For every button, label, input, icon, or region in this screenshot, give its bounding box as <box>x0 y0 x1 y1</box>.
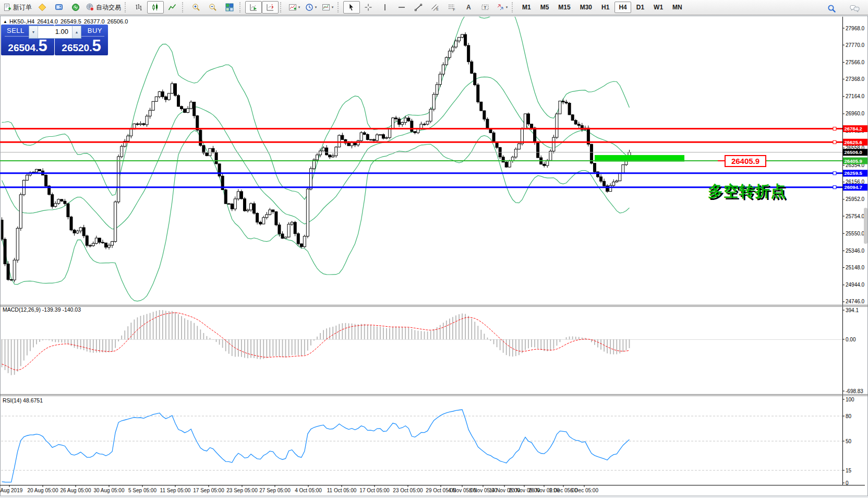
toolbar-chat-button[interactable] <box>846 2 863 15</box>
svg-text:23 Sep 05:00: 23 Sep 05:00 <box>226 488 258 493</box>
terminal-icon <box>55 3 63 11</box>
indicators-icon <box>288 3 297 11</box>
svg-text:E: E <box>437 7 439 11</box>
svg-text:24944.0: 24944.0 <box>846 282 865 288</box>
tf-m1-button[interactable]: M1 <box>518 2 535 13</box>
cursor-icon <box>347 3 356 11</box>
bar-chart-button[interactable] <box>130 1 147 14</box>
svg-text:26506.0: 26506.0 <box>845 149 862 155</box>
toolbar-separator <box>512 2 515 13</box>
terminal-button[interactable] <box>51 1 67 14</box>
volume-value[interactable]: 1.00 <box>38 26 72 38</box>
toolbar-search-button[interactable] <box>823 2 840 15</box>
dropdown-arrow-icon[interactable]: ▾ <box>315 5 317 9</box>
tf-m15-button-label: M15 <box>558 4 570 11</box>
buy-price: 26520.5 <box>55 38 108 54</box>
ohlc-open: 26414.0 <box>37 18 58 25</box>
svg-text:6 Dec 05:00: 6 Dec 05:00 <box>570 488 598 493</box>
fibo-icon: F <box>448 3 456 11</box>
volume-input[interactable]: ▼ 1.00 ▲ <box>29 26 81 39</box>
price-levels[interactable] <box>0 127 842 189</box>
window-scrollbar-thumb[interactable] <box>864 208 867 244</box>
tf-w1-button[interactable]: W1 <box>649 2 667 13</box>
svg-text:26784.2: 26784.2 <box>845 126 862 132</box>
svg-text:27368.0: 27368.0 <box>846 76 865 82</box>
chart-shift-button[interactable] <box>262 1 279 14</box>
ohlc-low: 26377.0 <box>84 18 105 25</box>
candlestick-button[interactable] <box>147 1 164 14</box>
svg-text:25550.0: 25550.0 <box>846 231 865 236</box>
tf-m1-button-label: M1 <box>522 4 531 11</box>
vline-icon <box>381 3 389 11</box>
toolbar-separator <box>239 2 243 13</box>
tf-m30-button[interactable]: M30 <box>576 2 596 13</box>
indicators-button[interactable]: ▾ <box>286 1 303 14</box>
zoom-in-button[interactable] <box>188 1 204 14</box>
tf-h4-button-label: H4 <box>619 4 626 11</box>
volume-increase-icon[interactable]: ▲ <box>72 26 81 38</box>
tf-mn-button[interactable]: MN <box>668 2 686 13</box>
new-order-icon <box>3 3 11 11</box>
fibonacci-button[interactable]: F <box>443 1 460 14</box>
dropdown-arrow-icon[interactable]: ▾ <box>506 5 508 9</box>
horizontal-line-button[interactable] <box>393 1 410 14</box>
chart-canvas[interactable]: 27968.027770.027566.027368.027164.026960… <box>0 16 868 496</box>
new-order-button[interactable]: 新订单 <box>1 1 34 14</box>
window-collapse-icon[interactable]: ▲ <box>3 19 7 24</box>
autotrade-icon <box>86 3 94 11</box>
periods-icon <box>305 3 314 11</box>
arrows-icon <box>496 3 504 11</box>
search-icon <box>827 4 836 13</box>
text-label-button[interactable]: T <box>477 1 493 14</box>
svg-text:F: F <box>453 8 455 11</box>
zoom-out-icon <box>209 3 217 11</box>
zoom-out-button[interactable] <box>204 1 221 14</box>
cursor-button[interactable] <box>343 1 360 14</box>
tf-m15-button[interactable]: M15 <box>554 2 574 13</box>
templates-button[interactable]: ▾ <box>319 1 336 14</box>
rsi-indicator-label: RSI(14) 48.6751 <box>3 397 43 404</box>
arrows-button[interactable]: ▾ <box>493 1 510 14</box>
equidistant-channel-button[interactable]: E <box>427 1 443 14</box>
crosshair-button[interactable] <box>360 1 377 14</box>
toolbar-separator <box>337 2 341 13</box>
price-label-box[interactable]: 26405.9 <box>725 155 766 167</box>
auto-scroll-button[interactable] <box>245 1 262 14</box>
diamond-icon <box>38 3 46 11</box>
svg-text:27164.0: 27164.0 <box>846 93 865 99</box>
svg-text:26094.7: 26094.7 <box>845 184 862 190</box>
svg-text:26960.0: 26960.0 <box>846 111 865 116</box>
autotrade-button[interactable]: 自动交易 <box>84 1 123 14</box>
macd-indicator-label: MACD(12,26,9) -139.39 -140.03 <box>3 306 81 313</box>
time-axis[interactable]: 4 Aug 201920 Aug 05:0026 Aug 05:0030 Aug… <box>0 485 598 493</box>
text-icon: A <box>464 3 473 11</box>
svg-text:27566.0: 27566.0 <box>846 60 865 65</box>
buy-label: BUY <box>88 27 102 34</box>
svg-text:15: 15 <box>846 468 852 473</box>
svg-text:100: 100 <box>846 397 854 402</box>
signals-button[interactable] <box>67 1 84 14</box>
svg-text:17 Sep 05:00: 17 Sep 05:00 <box>193 488 224 493</box>
tile-windows-button[interactable] <box>221 1 238 14</box>
auto-scroll-icon <box>249 3 258 11</box>
periods-button[interactable]: ▾ <box>303 1 319 14</box>
svg-text:27968.0: 27968.0 <box>846 26 865 31</box>
tf-m5-button[interactable]: M5 <box>536 2 553 13</box>
volume-decrease-icon[interactable]: ▼ <box>29 26 38 38</box>
tf-mn-button-label: MN <box>672 4 682 11</box>
marketwatch-button[interactable] <box>34 1 51 14</box>
sell-label: SELL <box>7 27 25 34</box>
tf-h4-button[interactable]: H4 <box>614 2 631 13</box>
tf-d1-button[interactable]: D1 <box>632 2 648 13</box>
line-chart-button[interactable] <box>164 1 180 14</box>
price-axis[interactable]: 27968.027770.027566.027368.027164.026960… <box>842 26 867 486</box>
toolbar-right <box>823 2 863 15</box>
text-button[interactable]: A <box>460 1 477 14</box>
tf-h1-button[interactable]: H1 <box>597 2 613 13</box>
dropdown-arrow-icon[interactable]: ▾ <box>298 5 300 9</box>
vertical-line-button[interactable] <box>377 1 393 14</box>
trendline-button[interactable] <box>410 1 427 14</box>
svg-text:30 Aug 05:00: 30 Aug 05:00 <box>94 488 125 493</box>
svg-text:T: T <box>484 5 487 10</box>
dropdown-arrow-icon[interactable]: ▾ <box>332 5 334 9</box>
